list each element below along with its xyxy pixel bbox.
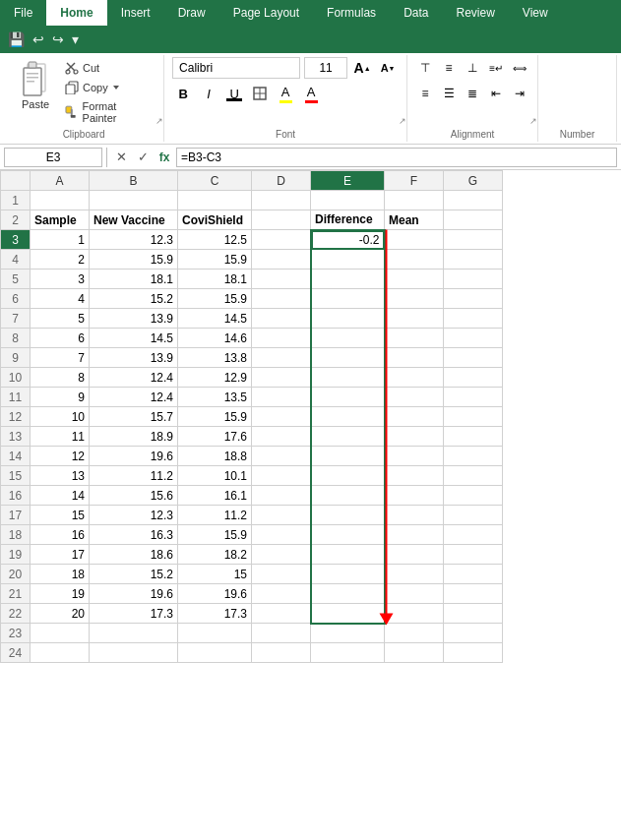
table-cell[interactable]: 22 xyxy=(1,604,31,624)
table-cell[interactable] xyxy=(252,545,311,565)
table-cell[interactable] xyxy=(311,525,385,545)
table-cell[interactable]: 13.9 xyxy=(90,348,178,368)
table-cell[interactable]: 15 xyxy=(178,565,252,584)
table-cell[interactable]: 13.5 xyxy=(178,388,252,407)
table-cell[interactable] xyxy=(252,604,311,624)
table-cell[interactable] xyxy=(444,407,503,427)
table-cell[interactable] xyxy=(385,348,444,368)
table-cell[interactable] xyxy=(252,447,311,466)
table-cell[interactable]: 12.3 xyxy=(90,230,178,250)
fill-color-button[interactable]: A xyxy=(275,83,296,104)
table-cell[interactable]: 10.1 xyxy=(178,466,252,486)
table-cell[interactable]: 18.8 xyxy=(178,447,252,466)
table-cell[interactable] xyxy=(252,643,311,663)
table-cell[interactable] xyxy=(385,427,444,447)
table-cell[interactable] xyxy=(444,584,503,604)
paste-button[interactable]: Paste xyxy=(12,57,59,112)
table-cell[interactable]: 12.4 xyxy=(90,368,178,388)
table-cell[interactable] xyxy=(444,447,503,466)
align-bottom-button[interactable]: ⊥ xyxy=(462,57,483,79)
tab-data[interactable]: Data xyxy=(390,0,442,26)
table-cell[interactable] xyxy=(311,624,385,643)
table-cell[interactable]: 19.6 xyxy=(90,447,178,466)
table-cell[interactable] xyxy=(444,624,503,643)
table-cell[interactable] xyxy=(444,506,503,525)
table-cell[interactable]: 18.1 xyxy=(90,270,178,289)
table-cell[interactable]: 18.9 xyxy=(90,427,178,447)
table-cell[interactable]: -0.2 xyxy=(311,230,385,250)
table-cell[interactable] xyxy=(311,427,385,447)
table-cell[interactable] xyxy=(311,407,385,427)
table-cell[interactable] xyxy=(385,289,444,309)
table-cell[interactable]: 16.3 xyxy=(90,525,178,545)
table-cell[interactable]: 15.9 xyxy=(178,525,252,545)
table-cell[interactable]: 15.2 xyxy=(90,289,178,309)
table-cell[interactable] xyxy=(311,643,385,663)
table-cell[interactable]: 20 xyxy=(31,604,90,624)
table-cell[interactable] xyxy=(444,388,503,407)
table-cell[interactable]: 8 xyxy=(1,329,31,348)
table-cell[interactable] xyxy=(252,230,311,250)
table-cell[interactable]: 14 xyxy=(1,447,31,466)
table-cell[interactable]: 4 xyxy=(31,289,90,309)
align-right-button[interactable]: ≣ xyxy=(462,83,483,104)
table-cell[interactable]: 12.4 xyxy=(90,388,178,407)
table-cell[interactable] xyxy=(31,191,90,210)
table-cell[interactable]: 14.5 xyxy=(90,329,178,348)
table-cell[interactable] xyxy=(311,466,385,486)
col-header-F[interactable]: F xyxy=(385,171,444,191)
tab-home[interactable]: Home xyxy=(46,0,106,26)
table-cell[interactable] xyxy=(385,545,444,565)
tab-page-layout[interactable]: Page Layout xyxy=(219,0,313,26)
table-cell[interactable] xyxy=(444,289,503,309)
table-cell[interactable]: 7 xyxy=(1,309,31,329)
table-cell[interactable]: Mean xyxy=(385,210,444,230)
table-cell[interactable] xyxy=(178,624,252,643)
cell-ref-input[interactable] xyxy=(4,148,102,167)
tab-review[interactable]: Review xyxy=(442,0,508,26)
align-left-button[interactable]: ≡ xyxy=(414,83,436,104)
table-cell[interactable] xyxy=(311,270,385,289)
table-cell[interactable] xyxy=(385,270,444,289)
col-header-C[interactable]: C xyxy=(178,171,252,191)
table-cell[interactable]: 15 xyxy=(1,466,31,486)
table-cell[interactable] xyxy=(385,368,444,388)
table-cell[interactable] xyxy=(385,329,444,348)
col-header-E[interactable]: E xyxy=(311,171,385,191)
table-cell[interactable] xyxy=(444,466,503,486)
table-cell[interactable] xyxy=(178,191,252,210)
table-cell[interactable]: 12 xyxy=(1,407,31,427)
table-cell[interactable]: 11.2 xyxy=(90,466,178,486)
table-cell[interactable]: 20 xyxy=(1,565,31,584)
table-cell[interactable] xyxy=(385,407,444,427)
align-expand[interactable]: ↗ xyxy=(529,116,537,126)
table-cell[interactable]: 18 xyxy=(1,525,31,545)
table-cell[interactable]: 14.5 xyxy=(178,309,252,329)
table-cell[interactable]: Difference xyxy=(311,210,385,230)
formula-input[interactable] xyxy=(176,148,617,167)
table-cell[interactable]: 3 xyxy=(1,230,31,250)
table-cell[interactable]: 18.6 xyxy=(90,545,178,565)
merge-center-button[interactable]: ⟺ xyxy=(509,57,530,79)
decrease-indent-button[interactable]: ⇤ xyxy=(485,83,507,104)
table-cell[interactable] xyxy=(311,545,385,565)
table-cell[interactable]: 11.2 xyxy=(178,506,252,525)
table-cell[interactable] xyxy=(252,427,311,447)
customize-button[interactable]: ▾ xyxy=(70,30,81,49)
table-cell[interactable]: 15.9 xyxy=(178,289,252,309)
table-cell[interactable]: 15.9 xyxy=(178,407,252,427)
table-cell[interactable] xyxy=(385,466,444,486)
redo-button[interactable]: ↪ xyxy=(50,30,66,49)
table-cell[interactable]: 23 xyxy=(1,624,31,643)
table-cell[interactable]: 11 xyxy=(1,388,31,407)
table-cell[interactable] xyxy=(252,329,311,348)
increase-font-button[interactable]: A▲ xyxy=(351,57,373,79)
table-cell[interactable] xyxy=(252,210,311,230)
table-cell[interactable] xyxy=(311,329,385,348)
table-cell[interactable]: 1 xyxy=(1,191,31,210)
table-cell[interactable] xyxy=(444,604,503,624)
align-top-button[interactable]: ⊤ xyxy=(414,57,436,79)
table-cell[interactable]: 16 xyxy=(31,525,90,545)
table-cell[interactable]: 14 xyxy=(31,486,90,506)
table-cell[interactable]: New Vaccine xyxy=(90,210,178,230)
